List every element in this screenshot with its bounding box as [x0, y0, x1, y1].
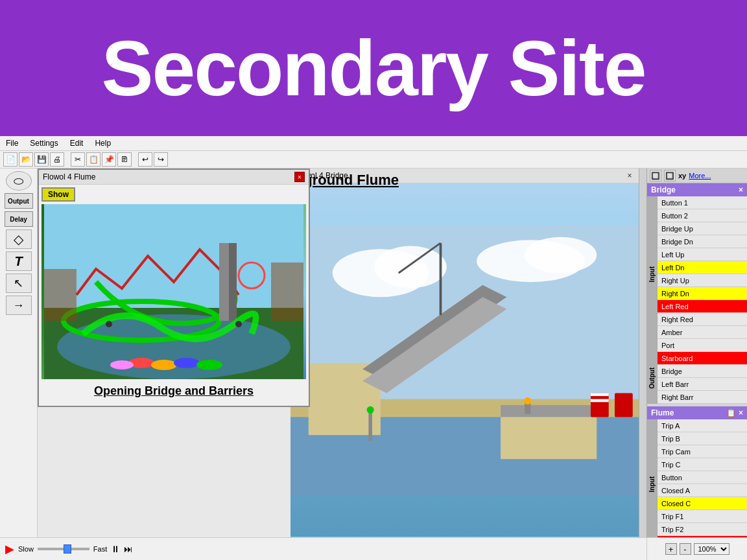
diamond-tool[interactable]: ◇: [6, 229, 32, 249]
xy-icon-left: 🔲: [650, 170, 661, 181]
stamp-button[interactable]: 🖹: [117, 152, 132, 167]
menu-bar: File Settings Edit Help: [0, 136, 747, 151]
fairground-svg: [42, 204, 306, 379]
svg-rect-22: [44, 204, 303, 308]
menu-help[interactable]: Help: [92, 137, 113, 149]
flume-section-close[interactable]: ×: [739, 408, 743, 417]
play-button[interactable]: ▶: [5, 542, 14, 556]
slow-label: Slow: [18, 545, 34, 553]
menu-edit[interactable]: Edit: [67, 137, 86, 149]
paste-button[interactable]: 📌: [102, 152, 116, 167]
flume-trip-f2[interactable]: Trip F2: [658, 523, 747, 536]
flume-trip-a[interactable]: Trip A: [658, 419, 747, 432]
cut-button[interactable]: ✂: [71, 152, 85, 167]
flume-section-header: Flume 📋 ×: [647, 406, 747, 419]
speed-thumb[interactable]: [64, 544, 71, 554]
delay-tool[interactable]: Delay: [5, 211, 33, 227]
bridge-button2[interactable]: Button 2: [658, 209, 747, 222]
svg-rect-26: [219, 243, 229, 321]
bridge-amber[interactable]: Amber: [658, 326, 747, 339]
flume-trip-c[interactable]: Trip C: [658, 458, 747, 471]
bridge-right-dn[interactable]: Right Dn: [658, 287, 747, 300]
right-top-bar: 🔲 🔲 xy More...: [647, 169, 747, 183]
flume-window-title: Flowol 4 Flume: [43, 172, 95, 181]
svg-rect-15: [591, 393, 609, 396]
speed-slider[interactable]: [38, 548, 89, 550]
svg-point-32: [110, 360, 134, 369]
print-button[interactable]: 🖨: [50, 152, 64, 167]
show-button[interactable]: Show: [42, 187, 75, 202]
menu-file[interactable]: File: [3, 137, 21, 149]
flume-button[interactable]: Button: [658, 471, 747, 484]
copy-button[interactable]: 📋: [86, 152, 101, 167]
bridge-port[interactable]: Port: [658, 339, 747, 352]
bridge-bridge-out[interactable]: Bridge: [658, 365, 747, 378]
output-tool[interactable]: Output: [5, 193, 33, 209]
main-content: ⬭ Output Delay ◇ T ↖ → Fairground Flume: [0, 169, 747, 537]
more-link[interactable]: More...: [689, 172, 711, 180]
flume-closed-c[interactable]: Closed C: [658, 497, 747, 510]
zoom-controls: + - 100% 75% 50% 125% 150%: [646, 537, 747, 560]
bridge-left-red[interactable]: Left Red: [658, 300, 747, 313]
bridge-left-up[interactable]: Left Up: [658, 248, 747, 261]
close-icon: ×: [298, 174, 302, 181]
redo-button[interactable]: ↪: [154, 152, 168, 167]
toolbar: 📄 📂 💾 🖨 ✂ 📋 📌 🖹 ↩ ↪: [0, 151, 747, 169]
bridge-left-dn[interactable]: Left Dn: [658, 261, 747, 274]
zoom-in-button[interactable]: +: [665, 543, 677, 555]
bridge-right-red[interactable]: Right Red: [658, 313, 747, 326]
undo-button[interactable]: ↩: [138, 152, 152, 167]
flume-image: [42, 204, 306, 379]
bridge-input-group: Input Button 1 Button 2 Bridge Up Bridge…: [647, 196, 747, 352]
svg-rect-11: [501, 405, 597, 417]
svg-rect-8: [501, 411, 597, 459]
flume-trip-f1[interactable]: Trip F1: [658, 510, 747, 523]
svg-point-31: [196, 360, 222, 370]
right-panel: 🔲 🔲 xy More... Bridge × Input Button 1 B…: [646, 169, 747, 537]
zoom-out-button[interactable]: -: [680, 543, 691, 555]
flume-trip-cam[interactable]: Trip Cam: [658, 445, 747, 458]
bridge-svg: [290, 183, 639, 537]
right-arrow-icon: →: [13, 299, 25, 312]
diamond-icon: ◇: [14, 231, 23, 247]
flume-close-button[interactable]: ×: [294, 172, 305, 182]
zoom-select[interactable]: 100% 75% 50% 125% 150%: [694, 543, 729, 555]
menu-settings[interactable]: Settings: [27, 137, 60, 149]
svg-point-19: [367, 406, 374, 414]
bridge-right-barr[interactable]: Right Barr: [658, 391, 747, 404]
svg-rect-18: [368, 411, 372, 441]
oval-tool[interactable]: ⬭: [6, 171, 32, 191]
input-label-flume: Input: [647, 419, 658, 537]
tool-panel: ⬭ Output Delay ◇ T ↖ →: [0, 169, 38, 537]
zoom-in-icon: +: [669, 544, 674, 554]
right-arrow-tool[interactable]: →: [6, 296, 32, 315]
svg-rect-17: [615, 393, 633, 417]
skip-button[interactable]: ⏭: [124, 544, 133, 554]
flume-trip-b[interactable]: Trip B: [658, 432, 747, 445]
new-button[interactable]: 📄: [3, 152, 18, 167]
svg-rect-16: [591, 399, 609, 402]
input-label-bridge: Input: [647, 196, 658, 352]
pause-button[interactable]: ⏸: [111, 544, 120, 554]
svg-rect-27: [229, 243, 237, 321]
flume-closed-a[interactable]: Closed A: [658, 484, 747, 497]
bridge-bridge-up[interactable]: Bridge Up: [658, 222, 747, 235]
bridge-starboard[interactable]: Starboard: [658, 352, 747, 365]
arrow-tool[interactable]: ↖: [6, 274, 32, 293]
flume-caption: Opening Bridge and Barriers: [42, 379, 306, 403]
open-button[interactable]: 📂: [19, 152, 33, 167]
bridge-right-up[interactable]: Right Up: [658, 274, 747, 287]
bridge-bridge-dn[interactable]: Bridge Dn: [658, 235, 747, 248]
svg-rect-14: [591, 393, 609, 417]
scrollbar[interactable]: [639, 169, 646, 537]
bridge-button1[interactable]: Button 1: [658, 196, 747, 209]
svg-rect-36: [44, 269, 77, 321]
flume-edit-icon[interactable]: 📋: [726, 408, 736, 417]
save-button[interactable]: 💾: [34, 152, 49, 167]
bridge-section-close[interactable]: ×: [739, 185, 743, 194]
bridge-left-barr[interactable]: Left Barr: [658, 378, 747, 391]
bridge-window: Flowol 4 Bridge ×: [290, 169, 639, 537]
text-tool[interactable]: T: [6, 251, 32, 271]
bridge-input-items: Button 1 Button 2 Bridge Up Bridge Dn Le…: [658, 196, 747, 352]
flume-content: Show: [39, 185, 309, 406]
